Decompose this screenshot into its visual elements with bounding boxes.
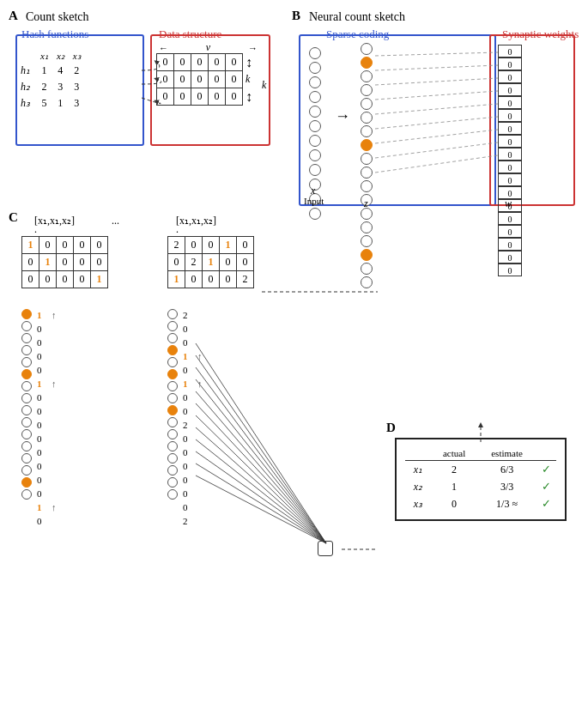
fanin-lines-svg — [9, 296, 378, 717]
ln-1 — [21, 309, 32, 319]
aggregation-node — [318, 541, 333, 556]
ln-4 — [21, 345, 32, 355]
rn-9 — [167, 405, 178, 415]
rn-3 — [167, 333, 178, 343]
neuron-z-1 — [361, 43, 373, 55]
w-cell-7: 0 — [498, 122, 522, 135]
ln-10 — [21, 417, 32, 427]
forward-arrow: → — [335, 107, 350, 125]
panel-a: A Count sketch Hash functions x₁ x₂ x₃ h… — [9, 9, 275, 197]
w-cell-4: 0 — [498, 83, 522, 96]
cs-grid-1: 1 0 0 0 0 0 1 0 0 0 0 0 0 0 1 — [21, 236, 108, 288]
row1-var: x₁ — [405, 461, 431, 479]
svg-line-15 — [196, 415, 326, 543]
row3-estimate: 1/3 ≈ — [477, 495, 536, 512]
neuron-z-7 — [361, 125, 373, 137]
rn-8 — [167, 393, 178, 403]
row2-var: x₂ — [405, 478, 431, 495]
hash-functions-label: Hash functions — [21, 27, 88, 41]
panel-c-label: C — [9, 210, 18, 224]
w-cell-6: 0 — [498, 109, 522, 122]
z-label: z — [364, 197, 368, 210]
col-actual-header: actual — [431, 446, 477, 461]
left-up-arrows: ↑ ↑ ↑ — [52, 309, 57, 527]
w-cell-8: 0 — [498, 135, 522, 148]
table-row: x₃ 0 1/3 ≈ ✓ — [405, 495, 556, 512]
svg-line-20 — [196, 476, 326, 543]
estimate-table-box: actual estimate x₁ 2 6/3 ✓ x₂ 1 3/3 ✓ x₃… — [395, 438, 567, 521]
w-column: 0 0 0 0 0 0 0 0 0 0 0 0 0 0 0 0 0 0 — [498, 45, 522, 276]
rn-7 — [167, 381, 178, 391]
neuron-input-5 — [309, 106, 321, 118]
rn-6 — [167, 369, 178, 379]
right-neural-col — [167, 309, 178, 500]
ln-9 — [21, 405, 32, 415]
sparse-coding-box — [299, 34, 496, 206]
w-cell-15: 0 — [498, 225, 522, 238]
v-arrow: ← v → — [159, 41, 258, 54]
row1-actual: 2 — [431, 461, 477, 479]
w-cell-10: 0 — [498, 161, 522, 173]
panel-b-label: B — [292, 9, 300, 23]
ln-16 — [21, 489, 32, 500]
data-structure-label: Data structure — [159, 27, 221, 41]
w-cell-9: 0 — [498, 148, 522, 161]
rn-11 — [167, 429, 178, 439]
svg-line-11 — [196, 367, 326, 543]
svg-line-17 — [196, 439, 326, 543]
neuron-z-2 — [361, 57, 373, 69]
left-neural-col — [21, 309, 32, 500]
w-cell-17: 0 — [498, 251, 522, 264]
ln-14 — [21, 465, 32, 476]
rn-16 — [167, 489, 178, 500]
svg-line-14 — [196, 403, 326, 543]
rn-13 — [167, 453, 178, 463]
neuron-z-6 — [361, 112, 373, 124]
rn-14 — [167, 465, 178, 476]
ln-15 — [21, 477, 32, 488]
panel-c: C [x₁,x₁,x₂] · ... [x₁,x₁,x₂] · 1 0 0 0 … — [9, 210, 378, 717]
neuron-z-10 — [361, 167, 373, 179]
col-estimate-header: estimate — [477, 446, 536, 461]
neuron-input-9 — [309, 164, 321, 176]
row1-estimate: 6/3 — [477, 461, 536, 479]
panel-d-label: D — [386, 421, 396, 434]
neuron-z-5 — [361, 98, 373, 110]
ln-12 — [21, 441, 32, 451]
ln-8 — [21, 393, 32, 403]
w-cell-5: 0 — [498, 96, 522, 109]
neuron-input-1 — [309, 47, 321, 59]
w-cell-1: 0 — [498, 45, 522, 58]
panel-c-dots: ... — [112, 215, 119, 227]
w-cell-11: 0 — [498, 173, 522, 186]
w-cell-16: 0 — [498, 238, 522, 251]
row2-check: ✓ — [536, 478, 556, 495]
neuron-z-4 — [361, 84, 373, 96]
w-cell-14: 0 — [498, 212, 522, 225]
w-label: w — [505, 197, 512, 210]
neuron-input-4 — [309, 91, 321, 103]
w-cell-3: 0 — [498, 70, 522, 83]
rn-5 — [167, 357, 178, 367]
row2-actual: 1 — [431, 478, 477, 495]
neuron-input-6 — [309, 120, 321, 132]
neuron-input-8 — [309, 149, 321, 161]
ln-5 — [21, 357, 32, 367]
row2-estimate: 3/3 — [477, 478, 536, 495]
row3-check: ✓ — [536, 495, 556, 512]
rn-10 — [167, 417, 178, 427]
rn-4 — [167, 345, 178, 355]
rn-1 — [167, 309, 178, 319]
k-label: k — [262, 79, 266, 92]
rn-12 — [167, 441, 178, 451]
svg-line-18 — [196, 451, 326, 543]
panel-a-label: A — [9, 9, 18, 23]
w-cell-18: 0 — [498, 264, 522, 276]
data-grid: 0 0 0 0 0 ↕ 0 0 0 0 0 k 0 0 0 0 0 ↕ — [156, 53, 253, 106]
hash-table: x₁ x₂ x₃ h₁ 1 4 2 h₂ 2 3 3 h₃ 5 1 3 — [21, 50, 85, 112]
w-cell-2: 0 — [498, 58, 522, 70]
input-label: Input — [304, 196, 324, 206]
ln-3 — [21, 333, 32, 343]
svg-line-19 — [196, 463, 326, 543]
row3-actual: 0 — [431, 495, 477, 512]
